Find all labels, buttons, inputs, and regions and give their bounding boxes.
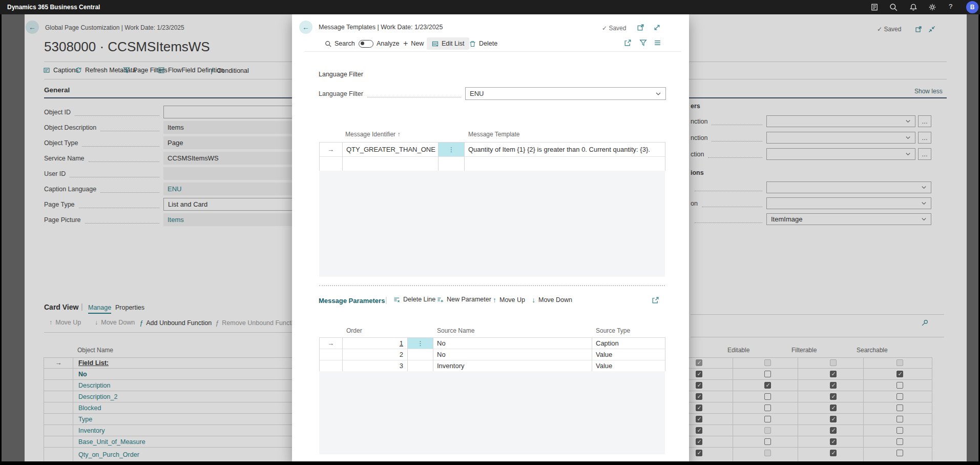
dialog-back-button[interactable]: ← (299, 21, 312, 34)
edit-list-icon (432, 41, 439, 47)
app-title[interactable]: Dynamics 365 Business Central (7, 4, 100, 11)
user-avatar[interactable]: B (966, 1, 978, 13)
share-icon[interactable] (624, 39, 632, 47)
order-cell[interactable]: 1 (342, 337, 407, 349)
arrow-down-icon: ↓ (532, 296, 535, 304)
source-name-cell[interactable]: No (433, 337, 592, 349)
table-border (665, 337, 665, 371)
message-template-cell[interactable]: Quantity of Item {1} {2} is greater than… (464, 142, 665, 156)
source-name-cell[interactable]: Inventory (433, 360, 592, 371)
notifications-icon[interactable] (909, 3, 918, 11)
top-bar: Dynamics 365 Business Central ? B (0, 0, 980, 14)
source-type-column-header[interactable]: Source Type (596, 327, 630, 334)
message-identifier-cell[interactable]: QTY_GREATER_THAN_ONE (342, 142, 438, 156)
table-empty-area (319, 371, 665, 454)
language-filter-group-heading: Language Filter (319, 71, 363, 78)
dialog-caption: Message Templates | Work Date: 1/23/2025 (319, 24, 443, 31)
trash-icon (469, 41, 476, 47)
table-empty-area (319, 171, 665, 277)
frame-bottom-border (0, 461, 980, 465)
message-identifier-column-header[interactable]: Message Identifier ↑ (345, 131, 400, 138)
order-cell[interactable]: 2 (342, 349, 407, 360)
active-row-indicator: → (319, 142, 342, 156)
settings-gear-icon[interactable] (928, 3, 936, 11)
order-cell[interactable]: 3 (342, 360, 407, 371)
message-template-column-header[interactable]: Message Template (468, 131, 520, 138)
order-column-header[interactable]: Order (346, 327, 362, 334)
back-arrow-icon: ← (302, 23, 309, 31)
param-move-up-button[interactable]: ↑ Move Up (493, 296, 525, 304)
delete-line-button[interactable]: Delete Line (393, 296, 435, 303)
saved-check-icon: ✓ (602, 25, 607, 32)
app-frame: Dynamics 365 Business Central ? B ← Glob… (0, 0, 980, 465)
message-templates-dialog-content: ← Message Templates | Work Date: 1/23/20… (0, 0, 980, 465)
language-filter-dropdown[interactable]: ENU (465, 87, 666, 100)
new-button[interactable]: + New (403, 37, 424, 50)
table-border (319, 156, 665, 157)
divider: | (385, 296, 387, 304)
maximize-icon[interactable] (653, 24, 661, 31)
new-parameter-button[interactable]: New Parameter (437, 296, 491, 303)
plus-icon: + (403, 40, 408, 47)
splitter-handle[interactable] (319, 285, 665, 286)
dialog-save-status: ✓ Saved (602, 25, 626, 32)
delete-line-icon (393, 296, 400, 303)
delete-button[interactable]: Delete (469, 37, 497, 50)
search-icon (325, 41, 331, 47)
toolbar-border (304, 51, 681, 52)
sort-ascending-icon: ↑ (397, 131, 400, 138)
list-view-icon[interactable] (654, 39, 661, 47)
source-type-cell[interactable]: Value (592, 349, 665, 360)
source-type-cell[interactable]: Value (592, 360, 665, 371)
edit-list-button[interactable]: Edit List (427, 37, 469, 50)
source-name-cell[interactable]: No (433, 349, 592, 360)
dot-leader (367, 90, 461, 97)
table-border (665, 142, 665, 171)
row-options-cell[interactable]: ⋮ (408, 338, 433, 349)
toggle-switch-icon[interactable] (359, 40, 373, 48)
news-icon[interactable] (870, 3, 879, 11)
chevron-down-icon (655, 91, 661, 97)
analyze-toggle[interactable]: Analyze (359, 37, 399, 50)
source-name-column-header[interactable]: Source Name (437, 327, 474, 334)
source-type-cell[interactable]: Caption (592, 337, 665, 349)
language-filter-field: Language Filter ENU (319, 87, 666, 100)
message-parameters-heading: Message Parameters (319, 297, 385, 305)
row-options-cell[interactable]: ⋮ (439, 143, 464, 156)
help-icon[interactable]: ? (949, 3, 952, 10)
search-icon[interactable] (889, 3, 898, 11)
open-in-window-icon[interactable] (637, 24, 644, 31)
share-icon[interactable] (652, 296, 659, 304)
arrow-up-icon: ↑ (493, 296, 496, 304)
active-row-indicator: → (319, 337, 342, 349)
filter-icon[interactable] (639, 39, 647, 47)
param-move-down-button[interactable]: ↓ Move Down (532, 296, 572, 304)
new-parameter-icon (437, 296, 444, 303)
search-button[interactable]: Search (325, 37, 355, 50)
